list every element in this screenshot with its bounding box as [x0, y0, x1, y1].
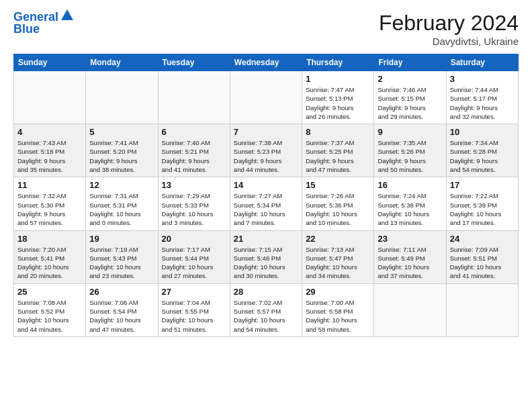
- day-info: Sunrise: 7:04 AM Sunset: 5:55 PM Dayligh…: [162, 298, 226, 334]
- day-number: 9: [378, 127, 442, 137]
- calendar-day-empty: [374, 283, 446, 336]
- calendar-day-15: 15Sunrise: 7:26 AM Sunset: 5:36 PM Dayli…: [302, 177, 374, 230]
- day-info: Sunrise: 7:29 AM Sunset: 5:33 PM Dayligh…: [162, 191, 226, 227]
- calendar-day-5: 5Sunrise: 7:41 AM Sunset: 5:20 PM Daylig…: [86, 124, 158, 177]
- calendar-day-empty: [86, 71, 158, 124]
- day-number: 14: [234, 180, 298, 190]
- day-number: 28: [234, 287, 298, 297]
- calendar-day-27: 27Sunrise: 7:04 AM Sunset: 5:55 PM Dayli…: [158, 283, 230, 336]
- day-info: Sunrise: 7:44 AM Sunset: 5:17 PM Dayligh…: [450, 85, 515, 121]
- day-info: Sunrise: 7:26 AM Sunset: 5:36 PM Dayligh…: [306, 191, 370, 227]
- day-info: Sunrise: 7:09 AM Sunset: 5:51 PM Dayligh…: [450, 245, 515, 281]
- day-number: 1: [306, 74, 370, 84]
- day-number: 15: [306, 180, 370, 190]
- calendar-day-6: 6Sunrise: 7:40 AM Sunset: 5:21 PM Daylig…: [158, 124, 230, 177]
- col-header-monday: Monday: [86, 54, 158, 71]
- calendar-day-28: 28Sunrise: 7:02 AM Sunset: 5:57 PM Dayli…: [230, 283, 302, 336]
- header: General Blue February 2024 Davydivtsi, U…: [13, 11, 519, 47]
- day-number: 8: [306, 127, 370, 137]
- col-header-wednesday: Wednesday: [230, 54, 302, 71]
- day-info: Sunrise: 7:43 AM Sunset: 5:18 PM Dayligh…: [17, 138, 82, 174]
- day-info: Sunrise: 7:38 AM Sunset: 5:23 PM Dayligh…: [234, 138, 298, 174]
- day-number: 22: [306, 234, 370, 244]
- day-number: 3: [450, 74, 515, 84]
- logo-icon: [60, 8, 75, 23]
- day-info: Sunrise: 7:20 AM Sunset: 5:41 PM Dayligh…: [17, 245, 82, 281]
- day-info: Sunrise: 7:17 AM Sunset: 5:44 PM Dayligh…: [162, 245, 226, 281]
- day-number: 23: [378, 234, 442, 244]
- day-number: 6: [162, 127, 226, 137]
- day-number: 24: [450, 234, 515, 244]
- day-number: 10: [450, 127, 515, 137]
- day-number: 4: [17, 127, 82, 137]
- day-info: Sunrise: 7:47 AM Sunset: 5:13 PM Dayligh…: [306, 85, 370, 121]
- day-number: 27: [162, 287, 226, 297]
- main-title: February 2024: [379, 11, 519, 36]
- calendar-day-25: 25Sunrise: 7:08 AM Sunset: 5:52 PM Dayli…: [14, 283, 86, 336]
- calendar-day-2: 2Sunrise: 7:46 AM Sunset: 5:15 PM Daylig…: [374, 71, 446, 124]
- calendar-day-4: 4Sunrise: 7:43 AM Sunset: 5:18 PM Daylig…: [14, 124, 86, 177]
- subtitle: Davydivtsi, Ukraine: [379, 36, 519, 47]
- day-info: Sunrise: 7:22 AM Sunset: 5:39 PM Dayligh…: [450, 191, 515, 227]
- calendar-day-8: 8Sunrise: 7:37 AM Sunset: 5:25 PM Daylig…: [302, 124, 374, 177]
- day-number: 18: [17, 234, 82, 244]
- day-info: Sunrise: 7:13 AM Sunset: 5:47 PM Dayligh…: [306, 245, 370, 281]
- day-info: Sunrise: 7:08 AM Sunset: 5:52 PM Dayligh…: [17, 298, 82, 334]
- calendar-header-row: SundayMondayTuesdayWednesdayThursdayFrid…: [14, 54, 519, 71]
- col-header-sunday: Sunday: [14, 54, 86, 71]
- day-number: 25: [17, 287, 82, 297]
- day-info: Sunrise: 7:11 AM Sunset: 5:49 PM Dayligh…: [378, 245, 442, 281]
- day-info: Sunrise: 7:31 AM Sunset: 5:31 PM Dayligh…: [89, 191, 154, 227]
- calendar-day-21: 21Sunrise: 7:15 AM Sunset: 5:46 PM Dayli…: [230, 230, 302, 283]
- day-info: Sunrise: 7:46 AM Sunset: 5:15 PM Dayligh…: [378, 85, 442, 121]
- svg-marker-0: [61, 9, 73, 20]
- title-block: February 2024 Davydivtsi, Ukraine: [379, 11, 519, 47]
- calendar-day-11: 11Sunrise: 7:32 AM Sunset: 5:30 PM Dayli…: [14, 177, 86, 230]
- day-number: 2: [378, 74, 442, 84]
- calendar-week-row: 11Sunrise: 7:32 AM Sunset: 5:30 PM Dayli…: [14, 177, 519, 230]
- day-info: Sunrise: 7:27 AM Sunset: 5:34 PM Dayligh…: [234, 191, 298, 227]
- day-number: 29: [306, 287, 370, 297]
- col-header-saturday: Saturday: [446, 54, 518, 71]
- calendar-day-12: 12Sunrise: 7:31 AM Sunset: 5:31 PM Dayli…: [86, 177, 158, 230]
- logo-general: General: [13, 10, 58, 24]
- calendar-day-empty: [14, 71, 86, 124]
- calendar-day-24: 24Sunrise: 7:09 AM Sunset: 5:51 PM Dayli…: [446, 230, 518, 283]
- calendar-day-empty: [158, 71, 230, 124]
- col-header-thursday: Thursday: [302, 54, 374, 71]
- calendar-day-17: 17Sunrise: 7:22 AM Sunset: 5:39 PM Dayli…: [446, 177, 518, 230]
- calendar-day-22: 22Sunrise: 7:13 AM Sunset: 5:47 PM Dayli…: [302, 230, 374, 283]
- calendar-day-7: 7Sunrise: 7:38 AM Sunset: 5:23 PM Daylig…: [230, 124, 302, 177]
- day-info: Sunrise: 7:32 AM Sunset: 5:30 PM Dayligh…: [17, 191, 82, 227]
- col-header-friday: Friday: [374, 54, 446, 71]
- day-number: 12: [89, 180, 154, 190]
- day-info: Sunrise: 7:35 AM Sunset: 5:26 PM Dayligh…: [378, 138, 442, 174]
- page: General Blue February 2024 Davydivtsi, U…: [0, 0, 532, 411]
- calendar-day-3: 3Sunrise: 7:44 AM Sunset: 5:17 PM Daylig…: [446, 71, 518, 124]
- day-info: Sunrise: 7:37 AM Sunset: 5:25 PM Dayligh…: [306, 138, 370, 174]
- calendar-week-row: 25Sunrise: 7:08 AM Sunset: 5:52 PM Dayli…: [14, 283, 519, 336]
- calendar-day-16: 16Sunrise: 7:24 AM Sunset: 5:38 PM Dayli…: [374, 177, 446, 230]
- calendar-day-23: 23Sunrise: 7:11 AM Sunset: 5:49 PM Dayli…: [374, 230, 446, 283]
- calendar-day-20: 20Sunrise: 7:17 AM Sunset: 5:44 PM Dayli…: [158, 230, 230, 283]
- day-number: 11: [17, 180, 82, 190]
- day-info: Sunrise: 7:15 AM Sunset: 5:46 PM Dayligh…: [234, 245, 298, 281]
- calendar-day-empty: [230, 71, 302, 124]
- calendar-table: SundayMondayTuesdayWednesdayThursdayFrid…: [13, 54, 519, 337]
- day-info: Sunrise: 7:02 AM Sunset: 5:57 PM Dayligh…: [234, 298, 298, 334]
- calendar-day-1: 1Sunrise: 7:47 AM Sunset: 5:13 PM Daylig…: [302, 71, 374, 124]
- logo-blue: Blue: [13, 23, 75, 36]
- day-info: Sunrise: 7:19 AM Sunset: 5:43 PM Dayligh…: [89, 245, 154, 281]
- calendar-day-14: 14Sunrise: 7:27 AM Sunset: 5:34 PM Dayli…: [230, 177, 302, 230]
- calendar-week-row: 1Sunrise: 7:47 AM Sunset: 5:13 PM Daylig…: [14, 71, 519, 124]
- calendar-day-29: 29Sunrise: 7:00 AM Sunset: 5:58 PM Dayli…: [302, 283, 374, 336]
- calendar-day-10: 10Sunrise: 7:34 AM Sunset: 5:28 PM Dayli…: [446, 124, 518, 177]
- day-number: 17: [450, 180, 515, 190]
- calendar-day-13: 13Sunrise: 7:29 AM Sunset: 5:33 PM Dayli…: [158, 177, 230, 230]
- logo: General Blue: [13, 11, 75, 36]
- day-number: 26: [89, 287, 154, 297]
- day-info: Sunrise: 7:34 AM Sunset: 5:28 PM Dayligh…: [450, 138, 515, 174]
- day-number: 16: [378, 180, 442, 190]
- calendar-day-18: 18Sunrise: 7:20 AM Sunset: 5:41 PM Dayli…: [14, 230, 86, 283]
- day-info: Sunrise: 7:41 AM Sunset: 5:20 PM Dayligh…: [89, 138, 154, 174]
